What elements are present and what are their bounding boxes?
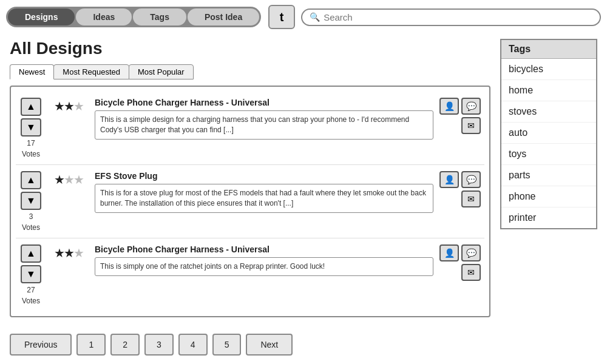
star-2: ★ — [64, 99, 73, 113]
item-description: This is simply one of the ratchet joints… — [95, 257, 433, 276]
vote-column: ▲ ▼ 17 Votes — [19, 98, 42, 158]
action-column: 👤 💬 ✉ — [438, 244, 481, 281]
upvote-button[interactable]: ▲ — [21, 98, 41, 116]
action-row-bottom: ✉ — [461, 264, 481, 281]
sidebar-item-bicycles[interactable]: bicycles — [501, 59, 596, 80]
downvote-button[interactable]: ▼ — [21, 192, 41, 210]
action-row-top: 👤 💬 — [439, 244, 481, 261]
comment-button[interactable]: 💬 — [461, 244, 481, 261]
star-rating: ★★★ — [54, 99, 83, 113]
item-title: Bicycle Phone Charger Harness - Universa… — [95, 98, 433, 107]
email-button[interactable]: ✉ — [461, 190, 481, 207]
star-3: ★ — [73, 246, 83, 260]
stars-column: ★★★ — [47, 171, 90, 187]
tab-tags[interactable]: Tags — [133, 8, 186, 25]
sidebar: Tags bicycles home stoves auto toys part… — [500, 39, 597, 229]
info-column: EFS Stove Plug This is for a stove plug … — [95, 171, 433, 213]
twitter-button[interactable]: t — [268, 5, 295, 29]
action-column: 👤 💬 ✉ — [438, 171, 481, 207]
page-5-button[interactable]: 5 — [212, 334, 242, 356]
page-title: All Designs — [10, 39, 490, 58]
star-1: ★ — [54, 246, 64, 260]
tab-ideas[interactable]: Ideas — [76, 8, 132, 25]
item-description: This is for a stove plug for most of the… — [95, 184, 433, 213]
upvote-button[interactable]: ▲ — [21, 171, 41, 189]
designs-list: ▲ ▼ 17 Votes ★★★ Bicycle Phone Charger H… — [10, 86, 490, 317]
star-2: ★ — [64, 246, 73, 260]
search-box: 🔍 — [301, 8, 601, 26]
votes-label: Votes — [22, 297, 40, 305]
tab-designs[interactable]: Designs — [8, 8, 75, 25]
sidebar-item-auto[interactable]: auto — [501, 123, 596, 144]
vote-column: ▲ ▼ 27 Votes — [19, 244, 42, 305]
filter-most-popular[interactable]: Most Popular — [129, 64, 194, 79]
comment-button[interactable]: 💬 — [461, 98, 481, 115]
tab-post-idea[interactable]: Post Idea — [188, 8, 259, 25]
filter-newest[interactable]: Newest — [10, 64, 54, 79]
comment-button[interactable]: 💬 — [461, 171, 481, 188]
search-input[interactable] — [324, 12, 592, 22]
filter-tabs: Newest Most Requested Most Popular — [10, 64, 490, 79]
action-row-top: 👤 💬 — [439, 98, 481, 115]
profile-button[interactable]: 👤 — [439, 171, 459, 188]
sidebar-item-parts[interactable]: parts — [501, 165, 596, 186]
search-icon: 🔍 — [310, 12, 320, 22]
main-layout: All Designs Newest Most Requested Most P… — [0, 34, 607, 328]
item-title: Bicycle Phone Charger Harness - Universa… — [95, 244, 433, 254]
vote-count: 3 — [29, 212, 33, 221]
votes-label: Votes — [22, 223, 40, 232]
sidebar-item-phone[interactable]: phone — [501, 186, 596, 207]
next-button[interactable]: Next — [246, 334, 293, 356]
email-button[interactable]: ✉ — [461, 264, 481, 281]
table-row: ▲ ▼ 3 Votes ★★★ EFS Stove Plug This is f… — [16, 165, 484, 238]
item-title: EFS Stove Plug — [95, 171, 433, 181]
item-description: This is a simple design for a charging h… — [95, 110, 433, 140]
downvote-button[interactable]: ▼ — [21, 118, 41, 136]
votes-label: Votes — [22, 150, 40, 158]
star-2: ★ — [64, 173, 73, 186]
nav-tabs-container: Designs Ideas Tags Post Idea — [6, 7, 261, 27]
upvote-button[interactable]: ▲ — [21, 244, 41, 263]
top-navigation: Designs Ideas Tags Post Idea t 🔍 — [0, 0, 607, 34]
star-rating: ★★★ — [54, 246, 83, 260]
star-3: ★ — [73, 99, 83, 113]
action-row-bottom: ✉ — [461, 117, 481, 134]
stars-column: ★★★ — [47, 98, 90, 113]
page-1-button[interactable]: 1 — [76, 334, 106, 356]
email-button[interactable]: ✉ — [461, 117, 481, 134]
action-row-top: 👤 💬 — [439, 171, 481, 188]
sidebar-item-toys[interactable]: toys — [501, 144, 596, 165]
info-column: Bicycle Phone Charger Harness - Universa… — [95, 244, 433, 276]
table-row: ▲ ▼ 17 Votes ★★★ Bicycle Phone Charger H… — [16, 92, 484, 165]
sidebar-item-home[interactable]: home — [501, 80, 596, 101]
page-2-button[interactable]: 2 — [110, 334, 140, 356]
star-1: ★ — [54, 173, 64, 186]
table-row: ▲ ▼ 27 Votes ★★★ Bicycle Phone Charger H… — [16, 238, 484, 311]
sidebar-item-stoves[interactable]: stoves — [501, 101, 596, 123]
action-row-bottom: ✉ — [461, 190, 481, 207]
filter-most-requested[interactable]: Most Requested — [53, 64, 129, 79]
pagination: Previous 1 2 3 4 5 Next — [0, 328, 607, 362]
stars-column: ★★★ — [47, 244, 90, 260]
profile-button[interactable]: 👤 — [439, 244, 459, 261]
vote-count: 27 — [27, 286, 35, 294]
action-column: 👤 💬 ✉ — [438, 98, 481, 134]
star-3: ★ — [73, 173, 83, 186]
vote-column: ▲ ▼ 3 Votes — [19, 171, 42, 232]
sidebar-item-printer[interactable]: printer — [501, 207, 596, 228]
twitter-icon: t — [280, 10, 284, 24]
content-area: All Designs Newest Most Requested Most P… — [10, 34, 490, 328]
star-rating: ★★★ — [54, 172, 83, 187]
page-4-button[interactable]: 4 — [178, 334, 208, 356]
downvote-button[interactable]: ▼ — [21, 265, 41, 283]
previous-button[interactable]: Previous — [10, 334, 72, 356]
page-3-button[interactable]: 3 — [144, 334, 174, 356]
star-1: ★ — [54, 99, 64, 113]
profile-button[interactable]: 👤 — [439, 98, 459, 115]
vote-count: 17 — [27, 139, 35, 147]
info-column: Bicycle Phone Charger Harness - Universa… — [95, 98, 433, 140]
sidebar-title: Tags — [501, 40, 596, 59]
